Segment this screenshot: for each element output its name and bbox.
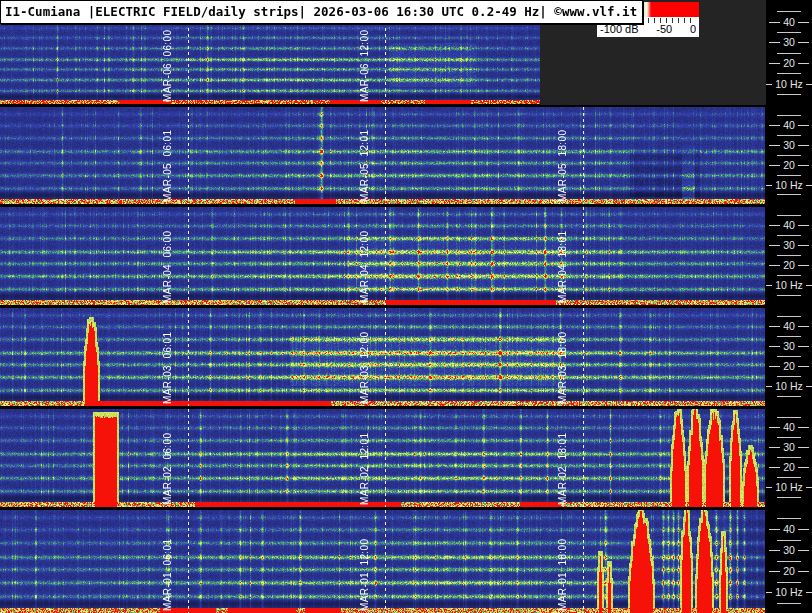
freq-tick-label: 10 Hz (775, 78, 802, 90)
freq-tick-dash (769, 42, 780, 43)
freq-tick-20: 20 (766, 565, 812, 577)
freq-tick-10: 10 Hz (766, 380, 812, 392)
spectrogram-strip-mar-05: MAR-05 06:01MAR-05 12:01MAR-05 18:00 (0, 107, 765, 204)
freq-tick-30: 30 (766, 139, 812, 151)
page-title: I1-Cumiana |ELECTRIC FIELD/daily strips|… (5, 4, 637, 19)
time-marker-label: MAR-02 06:00 (162, 433, 173, 505)
freq-minor-tick (777, 417, 801, 418)
freq-tick-40: 40 (766, 219, 812, 231)
freq-tick-30: 30 (766, 36, 812, 48)
freq-tick-label: 40 (783, 320, 795, 332)
freq-tick-dash (806, 487, 812, 488)
time-marker-line (188, 510, 189, 613)
freq-minor-tick (777, 582, 801, 583)
freq-tick-label: 30 (783, 441, 795, 453)
colorbar-label-mid: -50 (656, 23, 672, 36)
spectrogram-canvas-mar-04 (0, 207, 765, 305)
freq-tick-40: 40 (766, 16, 812, 28)
freq-tick-dash (798, 42, 809, 43)
freq-tick-dash (769, 145, 780, 146)
freq-tick-label: 10 Hz (775, 380, 802, 392)
freq-minor-tick (777, 11, 801, 12)
time-marker-label: MAR-04 12:00 (359, 231, 370, 303)
time-marker-label: MAR-06 06:00 (162, 30, 173, 102)
time-marker-line (583, 409, 584, 507)
time-marker-line (188, 107, 189, 204)
freq-minor-tick (777, 53, 801, 54)
freq-tick-dash (766, 592, 772, 593)
frequency-axis-mar-02: 40302010 Hz (766, 409, 812, 507)
freq-tick-label: 40 (783, 421, 795, 433)
freq-minor-tick (777, 155, 801, 156)
freq-tick-dash (769, 225, 780, 226)
freq-minor-tick (777, 275, 801, 276)
spectrogram-strip-mar-02: MAR-02 06:00MAR-02 12:01MAR-02 18:01 (0, 409, 765, 507)
freq-tick-40: 40 (766, 320, 812, 332)
freq-tick-dash (769, 346, 780, 347)
freq-tick-label: 10 Hz (775, 481, 802, 493)
freq-minor-tick (777, 518, 801, 519)
spectrogram-canvas-mar-05 (0, 107, 765, 204)
freq-tick-dash (798, 529, 809, 530)
freq-minor-tick (777, 603, 801, 604)
freq-minor-tick (777, 255, 801, 256)
freq-tick-20: 20 (766, 461, 812, 473)
time-marker-label: MAR-06 12:00 (359, 30, 370, 102)
freq-tick-30: 30 (766, 340, 812, 352)
time-marker-line (385, 409, 386, 507)
freq-tick-40: 40 (766, 523, 812, 535)
frequency-axis-mar-06: 40302010 Hz (766, 3, 812, 104)
freq-tick-dash (798, 467, 809, 468)
time-marker-label: MAR-01 06:01 (162, 539, 173, 611)
freq-tick-dash (769, 22, 780, 23)
freq-minor-tick (777, 316, 801, 317)
freq-minor-tick (777, 135, 801, 136)
freq-minor-tick (777, 94, 801, 95)
time-marker-line (583, 308, 584, 406)
freq-tick-label: 40 (783, 16, 795, 28)
freq-tick-label: 20 (783, 159, 795, 171)
freq-tick-label: 40 (783, 523, 795, 535)
freq-tick-20: 20 (766, 360, 812, 372)
freq-tick-40: 40 (766, 421, 812, 433)
freq-minor-tick (777, 477, 801, 478)
spectrogram-canvas-mar-03 (0, 308, 765, 406)
time-marker-label: MAR-04 18:01 (557, 231, 568, 303)
spectrogram-strip-mar-06: MAR-06 06:00MAR-06 12:00 (0, 22, 540, 104)
spectrogram-strip-mar-04: MAR-04 06:00MAR-04 12:00MAR-04 18:01 (0, 207, 765, 305)
freq-tick-dash (766, 285, 772, 286)
freq-tick-dash (798, 571, 809, 572)
freq-minor-tick (777, 235, 801, 236)
freq-tick-dash (769, 447, 780, 448)
freq-minor-tick (777, 194, 801, 195)
freq-tick-30: 30 (766, 441, 812, 453)
spectrogram-strip-mar-01: MAR-01 06:01MAR-01 12:00MAR-01 18:00 (0, 510, 765, 613)
time-marker-line (188, 207, 189, 305)
freq-tick-20: 20 (766, 57, 812, 69)
freq-tick-dash (769, 63, 780, 64)
freq-tick-dash (798, 366, 809, 367)
freq-tick-30: 30 (766, 544, 812, 556)
freq-tick-dash (766, 487, 772, 488)
freq-tick-dash (798, 550, 809, 551)
frequency-axis-column: 40302010 Hz40302010 Hz40302010 Hz4030201… (766, 0, 812, 613)
freq-tick-dash (798, 265, 809, 266)
time-marker-line (188, 409, 189, 507)
time-marker-label: MAR-01 12:00 (359, 539, 370, 611)
freq-tick-label: 10 Hz (775, 179, 802, 191)
time-marker-label: MAR-05 06:01 (162, 130, 173, 202)
freq-tick-label: 20 (783, 259, 795, 271)
freq-tick-dash (806, 285, 812, 286)
frequency-axis-mar-04: 40302010 Hz (766, 207, 812, 305)
freq-tick-10: 10 Hz (766, 586, 812, 598)
freq-tick-dash (769, 326, 780, 327)
vlf-spectrogram-page: MAR-06 06:00MAR-06 12:00MAR-05 06:01MAR-… (0, 0, 812, 613)
time-marker-label: MAR-05 18:00 (557, 130, 568, 202)
time-marker-line (188, 308, 189, 406)
freq-tick-dash (806, 592, 812, 593)
colorbar-labels: -100 dB -50 0 (600, 23, 696, 36)
freq-tick-label: 10 Hz (775, 279, 802, 291)
freq-tick-dash (766, 84, 772, 85)
freq-tick-label: 30 (783, 139, 795, 151)
time-marker-line (583, 107, 584, 204)
